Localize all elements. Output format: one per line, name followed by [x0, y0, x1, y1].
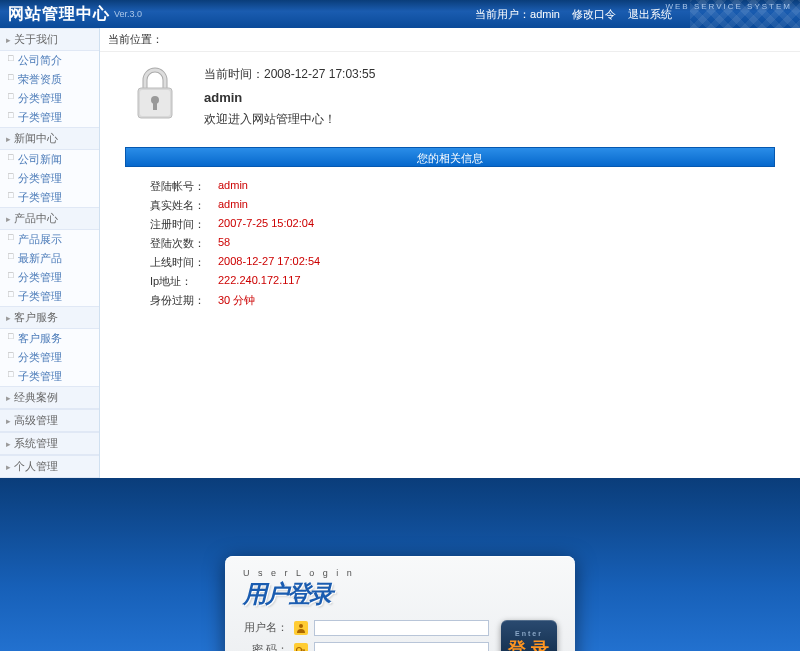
welcome-block: 当前时间：2008-12-27 17:03:55 admin 欢迎进入网站管理中…	[100, 52, 800, 143]
sidebar-item[interactable]: 子类管理	[0, 367, 99, 386]
info-row: 真实姓名：admin	[150, 196, 770, 215]
sidebar-group-title[interactable]: 经典案例	[0, 386, 99, 409]
svg-rect-3	[153, 100, 157, 110]
svg-point-4	[299, 624, 303, 628]
welcome-greeting: 欢迎进入网站管理中心！	[204, 109, 375, 131]
sidebar-item[interactable]: 分类管理	[0, 89, 99, 108]
sidebar-item[interactable]: 分类管理	[0, 268, 99, 287]
sidebar-item[interactable]: 分类管理	[0, 348, 99, 367]
login-panel: U s e r L o g i n 用户登录 用户名： 密 码：	[225, 556, 575, 652]
current-user-text: 当前用户：admin	[475, 7, 560, 22]
sidebar: 关于我们公司简介荣誉资质分类管理子类管理新闻中心公司新闻分类管理子类管理产品中心…	[0, 28, 100, 478]
sidebar-item[interactable]: 荣誉资质	[0, 70, 99, 89]
sidebar-group-title[interactable]: 产品中心	[0, 207, 99, 230]
password-input[interactable]	[314, 642, 489, 652]
main-content: 当前位置： 当前时间：2008-12-27 17:03:55 admin 欢迎进…	[100, 28, 800, 478]
login-title-cn: 用户登录	[243, 578, 557, 610]
username-input[interactable]	[314, 620, 489, 636]
site-version: Ver.3.0	[114, 9, 142, 19]
user-icon	[294, 621, 308, 635]
site-title: 网站管理中心	[8, 4, 110, 25]
sidebar-group-title[interactable]: 高级管理	[0, 409, 99, 432]
info-label: 登陆帐号：	[150, 179, 218, 194]
info-value: admin	[218, 198, 248, 213]
welcome-text: 当前时间：2008-12-27 17:03:55 admin 欢迎进入网站管理中…	[204, 64, 375, 131]
sidebar-item[interactable]: 子类管理	[0, 108, 99, 127]
info-table: 登陆帐号：admin真实姓名：admin注册时间：2007-7-25 15:02…	[150, 177, 770, 310]
info-row: 身份过期：30 分钟	[150, 291, 770, 310]
section-bar: 您的相关信息	[125, 147, 775, 167]
info-label: 登陆次数：	[150, 236, 218, 251]
sidebar-item[interactable]: 公司简介	[0, 51, 99, 70]
sidebar-group-title[interactable]: 系统管理	[0, 432, 99, 455]
welcome-username: admin	[204, 86, 375, 109]
sidebar-item[interactable]: 子类管理	[0, 188, 99, 207]
info-row: 登陆帐号：admin	[150, 177, 770, 196]
sidebar-group-title[interactable]: 个人管理	[0, 455, 99, 478]
info-value: 222.240.172.117	[218, 274, 301, 289]
info-value: admin	[218, 179, 248, 194]
info-label: 注册时间：	[150, 217, 218, 232]
top-header: 网站管理中心 Ver.3.0 当前用户：admin 修改口令 退出系统 WEB …	[0, 0, 800, 28]
sidebar-item[interactable]: 公司新闻	[0, 150, 99, 169]
sidebar-group-title[interactable]: 关于我们	[0, 28, 99, 51]
header-links: 当前用户：admin 修改口令 退出系统	[475, 7, 672, 22]
username-label: 用户名：	[243, 620, 288, 635]
key-icon	[294, 643, 308, 652]
login-button[interactable]: Enter 登 录	[501, 620, 557, 652]
password-label: 密 码：	[243, 642, 288, 651]
info-value: 2007-7-25 15:02:04	[218, 217, 314, 232]
info-row: 上线时间：2008-12-27 17:02:54	[150, 253, 770, 272]
info-value: 2008-12-27 17:02:54	[218, 255, 320, 270]
header-brand: WEB SERVICE SYSTEM	[665, 2, 792, 11]
info-label: Ip地址：	[150, 274, 218, 289]
info-row: 登陆次数：58	[150, 234, 770, 253]
login-title-en: U s e r L o g i n	[243, 568, 557, 578]
sidebar-item[interactable]: 分类管理	[0, 169, 99, 188]
sidebar-item[interactable]: 子类管理	[0, 287, 99, 306]
login-section: U s e r L o g i n 用户登录 用户名： 密 码：	[0, 478, 800, 651]
info-value: 58	[218, 236, 230, 251]
sidebar-group-title[interactable]: 客户服务	[0, 306, 99, 329]
svg-point-5	[297, 647, 302, 651]
info-row: 注册时间：2007-7-25 15:02:04	[150, 215, 770, 234]
info-label: 真实姓名：	[150, 198, 218, 213]
info-label: 上线时间：	[150, 255, 218, 270]
info-value: 30 分钟	[218, 293, 255, 308]
sidebar-item[interactable]: 客户服务	[0, 329, 99, 348]
breadcrumb: 当前位置：	[100, 28, 800, 52]
lock-icon	[130, 64, 180, 122]
sidebar-item[interactable]: 最新产品	[0, 249, 99, 268]
info-row: Ip地址：222.240.172.117	[150, 272, 770, 291]
sidebar-item[interactable]: 产品展示	[0, 230, 99, 249]
info-label: 身份过期：	[150, 293, 218, 308]
sidebar-group-title[interactable]: 新闻中心	[0, 127, 99, 150]
change-password-link[interactable]: 修改口令	[572, 7, 616, 22]
